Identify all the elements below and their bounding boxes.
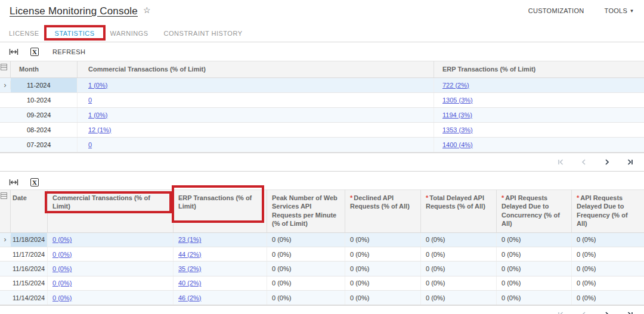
commercial-transactions-link[interactable]: 0 (0%) [52, 236, 72, 243]
column-header-delayed-frequency[interactable]: *API Requests Delayed Due to Frequency (… [572, 190, 644, 232]
table-row[interactable]: › 11/18/2024 0 (0%) 23 (1%) 0 (0%) 0 (0%… [0, 233, 644, 247]
pagination-next-button[interactable] [603, 158, 611, 166]
erp-transactions-link[interactable]: 1194 (3%) [442, 111, 472, 119]
pagination-next-button[interactable] [603, 310, 611, 314]
monthly-grid-toolbar: X REFRESH [0, 42, 644, 61]
table-row[interactable]: 11/16/2024 0 (0%) 35 (2%) 0 (0%) 0 (0%) … [0, 262, 644, 276]
frequency-cell: 0 (0%) [572, 262, 644, 275]
chevron-right-icon: › [4, 81, 7, 89]
column-header-erp-transactions[interactable]: ERP Transactions (% of Limit) [174, 190, 267, 232]
declined-header-label: Declined API Requests (% of All) [350, 194, 410, 210]
screen-header: License Monitoring Console ☆ CUSTOMIZATI… [0, 0, 644, 24]
total-delayed-cell: 0 (0%) [421, 262, 497, 275]
header-actions: CUSTOMIZATION TOOLS ▾ [528, 5, 633, 14]
export-to-excel-button[interactable]: X [25, 45, 44, 58]
date-cell: 11/16/2024 [11, 262, 48, 275]
tab-warnings[interactable]: WARNINGS [103, 24, 156, 42]
erp-transactions-link[interactable]: 40 (2%) [178, 279, 202, 287]
column-config-button[interactable] [0, 190, 11, 232]
table-row[interactable]: 11/17/2024 0 (0%) 44 (2%) 0 (0%) 0 (0%) … [0, 247, 644, 262]
declined-cell: 0 (0%) [345, 262, 421, 275]
commercial-transactions-link[interactable]: 0 (0%) [52, 294, 72, 301]
fit-width-button[interactable] [4, 176, 24, 189]
pagination-prev-button[interactable] [580, 310, 588, 314]
commercial-transactions-link[interactable]: 0 (0%) [52, 279, 72, 287]
column-header-date[interactable]: Date [11, 190, 48, 232]
peak-cell: 0 (0%) [267, 291, 345, 304]
column-header-commercial-transactions[interactable]: Commercial Transactions (% of Limit) [78, 61, 434, 77]
declined-cell: 0 (0%) [345, 233, 421, 247]
erp-transactions-link[interactable]: 722 (2%) [442, 82, 469, 89]
commercial-transactions-link[interactable]: 0 (0%) [52, 265, 72, 272]
customization-button[interactable]: CUSTOMIZATION [528, 7, 584, 14]
declined-cell: 0 (0%) [345, 276, 421, 290]
refresh-button[interactable]: REFRESH [45, 46, 92, 58]
grid-settings-icon [1, 64, 7, 70]
date-cell: 11/14/2024 [11, 291, 48, 304]
column-header-peak-api-requests[interactable]: Peak Number of Web Services API Requests… [267, 190, 345, 232]
date-cell: 11/17/2024 [11, 247, 48, 261]
export-to-excel-icon: X [30, 178, 39, 186]
table-row[interactable]: 07-2024 0 1400 (4%) [0, 138, 644, 153]
commercial-header-label: Commercial Transactions (% of Limit) [52, 194, 150, 210]
concurrency-cell: 0 (0%) [497, 247, 572, 261]
commercial-transactions-link[interactable]: 1 (0%) [88, 82, 107, 89]
tools-button[interactable]: TOOLS ▾ [605, 7, 633, 14]
column-header-erp-transactions[interactable]: ERP Transactions (% of Limit) [434, 61, 644, 77]
pagination-last-button[interactable] [626, 310, 634, 314]
fit-width-button[interactable] [4, 45, 24, 58]
export-to-excel-button[interactable]: X [25, 176, 44, 189]
peak-cell: 0 (0%) [267, 276, 345, 290]
commercial-transactions-link[interactable]: 0 (0%) [52, 251, 72, 258]
erp-transactions-link[interactable]: 46 (2%) [178, 294, 202, 301]
commercial-transactions-link[interactable]: 1 (0%) [88, 111, 107, 119]
commercial-transactions-link[interactable]: 12 (1%) [88, 126, 112, 133]
pagination-prev-button[interactable] [580, 158, 588, 166]
table-row[interactable]: 11/14/2024 0 (0%) 46 (2%) 0 (0%) 0 (0%) … [0, 291, 644, 305]
column-header-total-delayed-api-requests[interactable]: *Total Delayed API Requests (% of All) [421, 190, 497, 232]
table-row[interactable]: 11/15/2024 0 (0%) 40 (2%) 0 (0%) 0 (0%) … [0, 276, 644, 291]
customization-label: CUSTOMIZATION [528, 7, 584, 14]
export-to-excel-icon: X [30, 48, 39, 56]
erp-transactions-link[interactable]: 23 (1%) [178, 236, 202, 243]
column-header-delayed-concurrency[interactable]: *API Requests Delayed Due to Concurrency… [497, 190, 572, 232]
commercial-transactions-link[interactable]: 0 [88, 141, 92, 148]
column-header-declined-api-requests[interactable]: *Declined API Requests (% of All) [345, 190, 421, 232]
table-row[interactable]: 08-2024 12 (1%) 1353 (3%) [0, 123, 644, 138]
next-page-icon [603, 310, 611, 314]
page-title: License Monitoring Console [10, 5, 138, 17]
daily-grid-pagination [0, 305, 644, 314]
tab-license[interactable]: LICENSE [1, 24, 47, 42]
date-cell: 11/18/2024 [11, 233, 48, 247]
table-row[interactable]: 10-2024 0 1305 (3%) [0, 93, 644, 108]
first-page-icon [556, 310, 565, 314]
favorite-star-icon[interactable]: ☆ [143, 5, 151, 14]
tab-constraint-history[interactable]: CONSTRAINT HISTORY [156, 24, 250, 42]
tab-statistics-label: STATISTICS [55, 30, 95, 37]
prev-page-icon [580, 310, 588, 314]
required-marker: * [426, 194, 428, 201]
tab-statistics[interactable]: STATISTICS [47, 24, 103, 42]
month-cell: 11-2024 [11, 78, 78, 92]
peak-cell: 0 (0%) [267, 247, 345, 261]
required-marker: * [350, 194, 352, 201]
table-row[interactable]: 09-2024 1 (0%) 1194 (3%) [0, 108, 644, 123]
erp-transactions-link[interactable]: 1353 (3%) [442, 126, 473, 133]
column-header-month[interactable]: Month [11, 61, 78, 77]
first-page-icon [556, 158, 565, 166]
month-cell: 10-2024 [11, 93, 78, 107]
table-row[interactable]: › 11-2024 1 (0%) 722 (2%) [0, 78, 644, 93]
month-cell: 09-2024 [11, 108, 78, 122]
total-delayed-cell: 0 (0%) [421, 276, 497, 290]
erp-transactions-link[interactable]: 35 (2%) [178, 265, 202, 272]
pagination-first-button[interactable] [556, 310, 565, 314]
commercial-transactions-link[interactable]: 0 [88, 97, 92, 104]
pagination-first-button[interactable] [556, 158, 565, 166]
column-header-commercial-transactions[interactable]: Commercial Transactions (% of Limit) [48, 190, 174, 232]
column-config-button[interactable] [0, 61, 11, 77]
concurrency-cell: 0 (0%) [497, 291, 572, 304]
erp-transactions-link[interactable]: 1305 (3%) [442, 97, 473, 104]
erp-transactions-link[interactable]: 44 (2%) [178, 251, 202, 258]
pagination-last-button[interactable] [626, 158, 634, 166]
erp-transactions-link[interactable]: 1400 (4%) [442, 141, 473, 148]
